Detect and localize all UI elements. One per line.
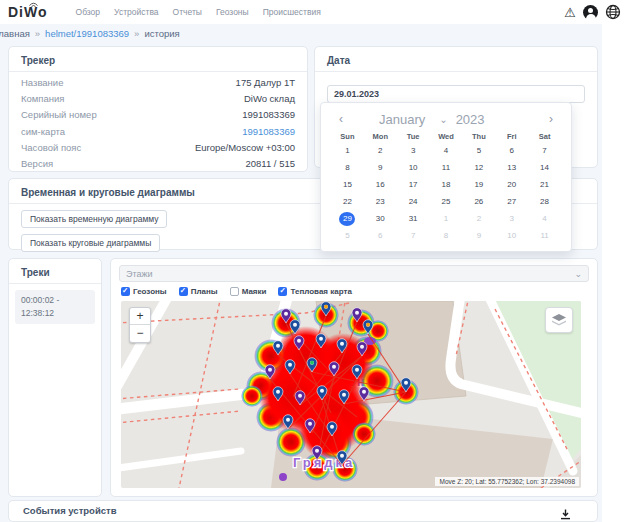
tracker-row: сим-карта1991083369 <box>21 124 295 140</box>
layer-toggle-label: Тепловая карта <box>290 287 351 296</box>
calendar-day[interactable]: 21 <box>528 178 561 192</box>
calendar-day[interactable]: 9 <box>364 161 397 175</box>
device-events-panel[interactable]: События устройств <box>8 500 598 522</box>
calendar-day[interactable]: 12 <box>462 161 495 175</box>
calendar-day[interactable]: 10 <box>495 229 528 243</box>
calendar-day[interactable]: 3 <box>397 144 430 158</box>
right-gutter <box>602 24 631 522</box>
calendar-day[interactable]: 27 <box>495 195 528 209</box>
map-panel: Этажи ⌄ ГеозоныПланыМаякиТепловая карта … <box>110 258 598 497</box>
calendar-day[interactable]: 24 <box>397 195 430 209</box>
calendar-day[interactable]: 22 <box>331 195 364 209</box>
breadcrumb-current: история <box>144 28 179 39</box>
calendar-day[interactable]: 19 <box>462 178 495 192</box>
date-input[interactable]: 29.01.2023 <box>327 85 585 103</box>
chevron-down-icon[interactable]: ⌄ <box>439 114 447 125</box>
breadcrumb-separator: » <box>134 28 139 39</box>
tracker-row-label: сим-карта <box>21 124 65 140</box>
download-icon <box>560 509 571 520</box>
app-logo[interactable]: DiWo <box>8 4 48 20</box>
calendar-day[interactable]: 6 <box>495 144 528 158</box>
calendar-day[interactable]: 5 <box>331 229 364 243</box>
calendar-day[interactable]: 7 <box>397 229 430 243</box>
layer-toggle-Маяки[interactable]: Маяки <box>230 287 267 296</box>
calendar-day-selected[interactable]: 29 <box>339 212 355 226</box>
floors-select[interactable]: Этажи ⌄ <box>119 265 589 282</box>
calendar-day[interactable]: 10 <box>397 161 430 175</box>
calendar-day[interactable]: 8 <box>331 161 364 175</box>
breadcrumb-home[interactable]: главная <box>0 28 30 39</box>
show-pie-diagrams-button[interactable]: Показать круговые диаграммы <box>21 234 160 252</box>
checkbox-checked-icon[interactable] <box>179 287 188 296</box>
checkbox-checked-icon[interactable] <box>121 287 130 296</box>
calendar-day[interactable]: 13 <box>495 161 528 175</box>
calendar-day[interactable]: 1 <box>430 212 463 226</box>
calendar-day[interactable]: 14 <box>528 161 561 175</box>
calendar-day[interactable]: 5 <box>462 144 495 158</box>
calendar-day[interactable]: 23 <box>364 195 397 209</box>
tracker-panel: Трекер Название175 Далур 1ТКомпанияDiWo … <box>8 46 308 172</box>
calendar-day[interactable]: 11 <box>528 229 561 243</box>
show-time-diagram-button[interactable]: Показать временную диаграмму <box>21 210 167 228</box>
calendar-day[interactable]: 18 <box>430 178 463 192</box>
tracker-row-value-link[interactable]: 1991083369 <box>242 124 295 140</box>
calendar-weekday: Thu <box>462 132 495 141</box>
checkbox-unchecked-icon[interactable] <box>230 287 239 296</box>
layers-icon <box>550 312 568 328</box>
checkbox-checked-icon[interactable] <box>278 287 287 296</box>
calendar-day[interactable]: 20 <box>495 178 528 192</box>
calendar-grid: SunMonTueWedThuFriSat1234567891011121314… <box>331 132 561 243</box>
tracker-rows: Название175 Далур 1ТКомпанияDiWo складСе… <box>9 72 307 175</box>
calendar-day[interactable]: 4 <box>528 212 561 226</box>
calendar-day[interactable]: 16 <box>364 178 397 192</box>
calendar-month-select[interactable]: January <box>379 112 425 127</box>
calendar-day[interactable]: 1 <box>331 144 364 158</box>
calendar-day[interactable]: 30 <box>364 212 397 226</box>
calendar-day[interactable]: 28 <box>528 195 561 209</box>
calendar-day[interactable]: 31 <box>397 212 430 226</box>
calendar-weekday: Sun <box>331 132 364 141</box>
tracker-row: Часовой поясEurope/Moscow +03:00 <box>21 140 295 156</box>
calendar-year-select[interactable]: 2023 <box>456 112 485 127</box>
layer-toggle-Планы[interactable]: Планы <box>179 287 218 296</box>
calendar-day[interactable]: 8 <box>430 229 463 243</box>
tracker-row-label: Компания <box>21 91 64 107</box>
map-canvas[interactable]: шон <box>121 301 581 488</box>
nav-item-0[interactable]: Обзор <box>76 7 101 17</box>
calendar-day[interactable]: 3 <box>495 212 528 226</box>
breadcrumb-device-link[interactable]: helmet/1991083369 <box>45 28 129 39</box>
map-layers-button[interactable] <box>545 307 573 333</box>
calendar-day[interactable]: 25 <box>430 195 463 209</box>
zoom-out-button[interactable]: − <box>130 325 150 342</box>
calendar-day[interactable]: 7 <box>528 144 561 158</box>
calendar-day[interactable]: 17 <box>397 178 430 192</box>
user-icon[interactable] <box>583 5 598 20</box>
map-pin-dot <box>324 305 328 309</box>
download-button[interactable] <box>560 506 571 522</box>
calendar-day[interactable]: 9 <box>462 229 495 243</box>
zoom-in-button[interactable]: + <box>130 308 150 325</box>
calendar-popup: ‹ January ⌄ 2023 › SunMonTueWedThuFriSat… <box>320 102 572 252</box>
calendar-day[interactable]: 2 <box>364 144 397 158</box>
nav-item-4[interactable]: Происшествия <box>263 7 321 17</box>
calendar-next-icon[interactable]: › <box>541 112 561 126</box>
nav-item-1[interactable]: Устройства <box>114 7 158 17</box>
calendar-day[interactable]: 11 <box>430 161 463 175</box>
calendar-day[interactable]: 15 <box>331 178 364 192</box>
calendar-day[interactable]: 26 <box>462 195 495 209</box>
globe-icon[interactable] <box>605 4 621 20</box>
calendar-day[interactable]: 2 <box>462 212 495 226</box>
calendar-prev-icon[interactable]: ‹ <box>331 112 351 126</box>
tracker-row: Версия20811 / 515 <box>21 156 295 172</box>
nav-item-2[interactable]: Отчеты <box>173 7 202 17</box>
layer-toggle-label: Геозоны <box>133 287 167 296</box>
nav-item-3[interactable]: Геозоны <box>216 7 249 17</box>
calendar-day[interactable]: 4 <box>430 144 463 158</box>
breadcrumb: главная » helmet/1991083369 » история <box>0 28 180 39</box>
calendar-day[interactable]: 6 <box>364 229 397 243</box>
track-list: 00:00:02 - 12:38:12 <box>9 290 101 324</box>
alerts-icon[interactable]: ⚠ <box>564 6 576 19</box>
layer-toggle-Геозоны[interactable]: Геозоны <box>121 287 167 296</box>
track-list-item[interactable]: 00:00:02 - 12:38:12 <box>15 290 95 324</box>
layer-toggle-Тепловая карта[interactable]: Тепловая карта <box>278 287 351 296</box>
